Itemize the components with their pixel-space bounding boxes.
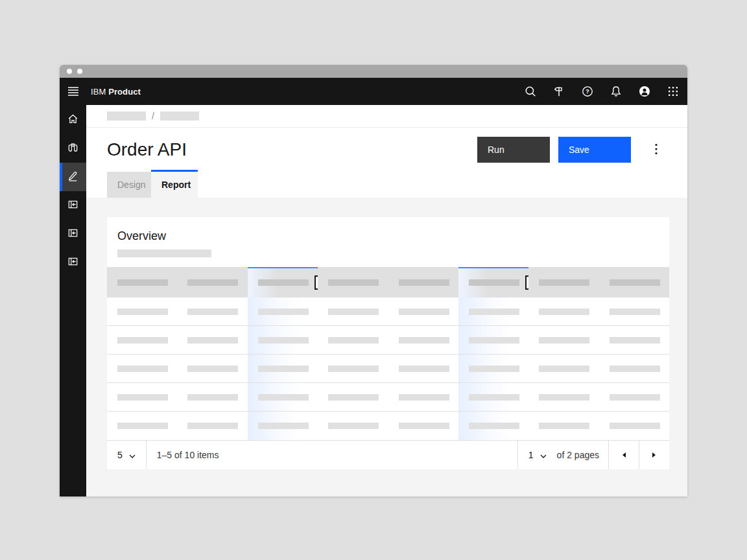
user-avatar-icon <box>638 85 651 98</box>
column-header <box>388 267 458 298</box>
skeleton-text <box>469 337 519 344</box>
run-button[interactable]: Run <box>477 137 550 163</box>
table-cell <box>599 355 669 382</box>
brand-name: Product <box>108 87 141 97</box>
overview-card: Overview AIAI 5 1–5 <box>107 217 669 469</box>
column-header <box>599 267 669 298</box>
skeleton-text <box>610 423 660 429</box>
window-dot <box>77 69 82 74</box>
overflow-menu-button[interactable] <box>643 137 669 163</box>
main-content: / Order API Run Save <box>86 105 687 496</box>
open-panel-left-icon <box>67 199 78 213</box>
table-cell <box>388 412 458 440</box>
skeleton-text <box>539 394 589 401</box>
notifications-icon <box>610 86 622 97</box>
edit-icon <box>67 170 78 184</box>
table-row <box>107 355 669 383</box>
tab-design[interactable]: Design <box>107 172 151 198</box>
page-size-select[interactable]: 5 <box>107 441 147 469</box>
skeleton-text <box>469 309 519 315</box>
open-panel-left-icon <box>67 228 78 241</box>
chevron-down-icon <box>540 450 547 460</box>
next-page-button[interactable] <box>639 441 669 469</box>
signpost-button[interactable] <box>545 78 573 105</box>
ai-column-accent <box>458 267 528 268</box>
notifications-button[interactable] <box>602 78 630 105</box>
desktop-background: IBM Product ? <box>0 0 747 560</box>
menu-button[interactable] <box>60 78 86 105</box>
skeleton-text <box>399 423 449 429</box>
skeleton-text <box>539 366 589 372</box>
skeleton-text <box>258 309 309 315</box>
skeleton-text <box>258 279 309 286</box>
skeleton-text <box>539 279 589 286</box>
page-header: Order API Run Save <box>86 128 687 164</box>
search-button[interactable] <box>516 78 545 105</box>
card-header: Overview <box>107 217 669 267</box>
table-header-row: AIAI <box>107 267 669 298</box>
tab-report[interactable]: Report <box>151 170 198 198</box>
svg-text:?: ? <box>586 88 589 95</box>
column-header <box>107 267 177 298</box>
sidebar-item-panel-3[interactable] <box>60 248 86 277</box>
app-switcher-button[interactable] <box>659 78 687 105</box>
table-cell <box>177 355 247 382</box>
skeleton-text <box>117 394 168 401</box>
table-cell <box>318 355 388 382</box>
user-avatar-button[interactable] <box>630 78 659 105</box>
chevron-down-icon <box>129 450 136 460</box>
sidebar-item-panel-2[interactable] <box>60 220 86 248</box>
page-number-select[interactable]: 1 <box>517 441 557 469</box>
column-header <box>177 267 247 298</box>
sidebar-item-panel-1[interactable] <box>60 191 86 220</box>
menu-icon <box>67 86 79 97</box>
skeleton-text <box>399 337 449 344</box>
skeleton-text <box>187 279 238 286</box>
skeleton-text <box>399 366 449 372</box>
caret-right-icon <box>652 450 657 460</box>
brand: IBM Product <box>91 87 141 97</box>
sidebar-item-explore[interactable] <box>60 134 86 163</box>
skeleton-text <box>399 279 449 286</box>
table-cell <box>599 298 669 325</box>
table-cell <box>248 298 318 325</box>
skeleton-text <box>258 366 309 372</box>
column-header <box>528 267 599 298</box>
skeleton-text <box>328 423 379 429</box>
help-button[interactable]: ? <box>573 78 602 105</box>
table-cell <box>458 326 528 354</box>
open-panel-left-icon <box>67 256 78 270</box>
table-row <box>107 298 669 326</box>
skeleton-text <box>539 337 589 344</box>
skeleton-text <box>539 423 589 429</box>
save-button[interactable]: Save <box>558 137 631 163</box>
skeleton-text <box>399 309 449 315</box>
page-title: Order API <box>107 139 187 160</box>
page-actions: Run Save <box>477 137 669 163</box>
app-switcher-icon <box>668 86 678 97</box>
table-cell <box>177 326 247 354</box>
table-cell <box>388 298 458 325</box>
ai-column-accent <box>248 267 318 268</box>
skeleton-text <box>258 337 309 344</box>
skeleton-text <box>187 394 238 401</box>
home-icon <box>67 113 78 127</box>
table-cell <box>528 355 599 382</box>
table-cell <box>177 298 247 325</box>
items-range-label: 1–5 of 10 items <box>147 441 230 469</box>
sidebar-item-edit[interactable] <box>60 163 86 191</box>
table-cell <box>458 355 528 382</box>
table-cell <box>528 326 599 354</box>
skeleton-text <box>187 366 238 372</box>
table-cell <box>318 326 388 354</box>
table-cell <box>599 326 669 354</box>
tab-panel: Overview AIAI 5 1–5 <box>86 198 687 496</box>
table-cell <box>318 298 388 325</box>
sidebar-item-home[interactable] <box>60 106 86 134</box>
skeleton-text <box>469 279 519 286</box>
table-cell <box>107 326 177 354</box>
skeleton-text <box>469 423 519 429</box>
skeleton-text <box>187 309 238 315</box>
previous-page-button[interactable] <box>608 441 639 469</box>
skeleton-text <box>610 394 660 401</box>
